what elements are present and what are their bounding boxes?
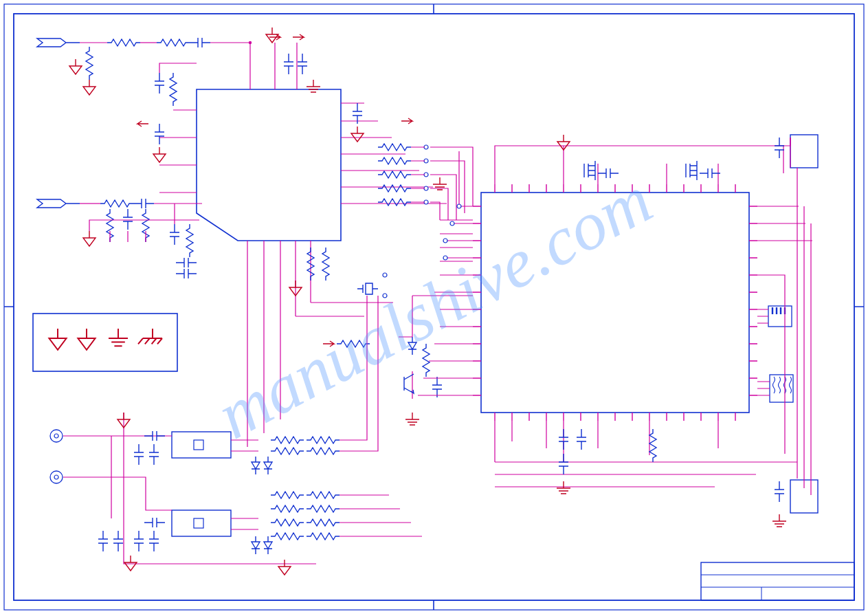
ground-legend (33, 314, 177, 371)
ic-right-right (757, 138, 812, 495)
frame-inner (14, 14, 854, 600)
resistor (157, 39, 190, 46)
svg-rect-14 (194, 518, 203, 528)
svg-rect-4 (481, 193, 749, 413)
net (210, 43, 250, 89)
schematic-canvas (0, 0, 868, 614)
supply-top (266, 28, 320, 92)
mid-bus (247, 241, 393, 447)
ground-icon (69, 59, 82, 74)
capacitor (176, 258, 197, 267)
ic-right-top (495, 135, 790, 184)
svg-rect-13 (172, 510, 231, 536)
ic-right (473, 184, 757, 421)
mute-driver (357, 273, 473, 425)
frame-ticks (4, 4, 864, 610)
resistor (107, 39, 140, 46)
connector-pad-top-right (790, 135, 818, 168)
net-port (323, 341, 334, 347)
ic-left-passives (137, 63, 197, 193)
ic-right-bottom (495, 421, 797, 527)
ground-icon (83, 80, 96, 95)
ic-left (197, 89, 341, 241)
net (154, 204, 202, 224)
svg-rect-11 (172, 432, 231, 458)
svg-rect-5 (790, 135, 818, 168)
svg-rect-2 (701, 562, 854, 600)
resistor (86, 47, 93, 80)
input-connector-2 (37, 199, 80, 208)
title-block (701, 562, 854, 600)
audio-input-stage (50, 296, 422, 575)
svg-rect-12 (194, 440, 203, 450)
capacitor (190, 38, 210, 47)
svg-rect-3 (33, 314, 177, 371)
resistor (322, 248, 329, 281)
resistor (337, 340, 370, 347)
resistor-network (770, 375, 793, 402)
dip-switch (768, 306, 792, 327)
frame-outer (4, 4, 864, 610)
input-connector-1 (37, 39, 80, 47)
ic-left-right-bus (341, 103, 473, 261)
svg-rect-8 (770, 375, 793, 402)
capacitor (176, 269, 197, 278)
